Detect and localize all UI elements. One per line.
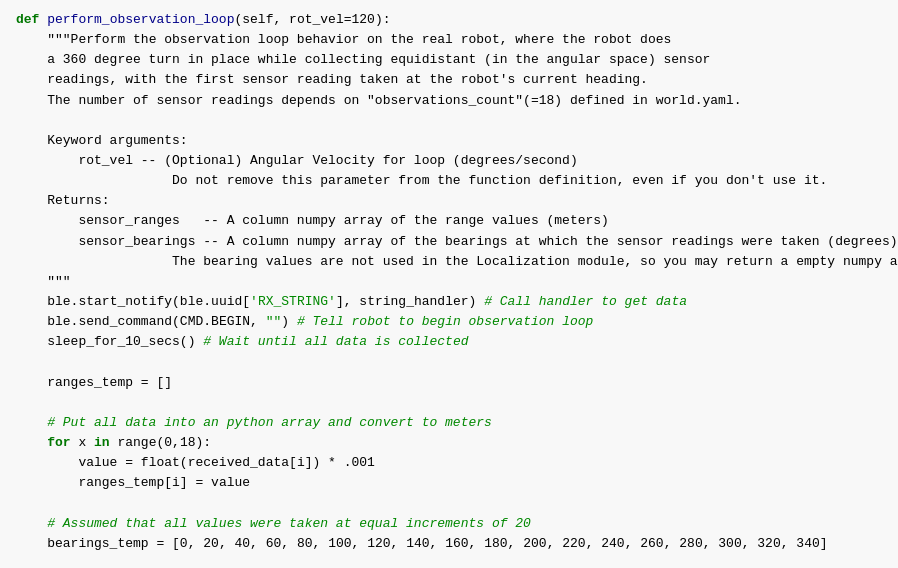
code-editor: def perform_observation_loop(self, rot_v… xyxy=(0,0,898,568)
code-content: def perform_observation_loop(self, rot_v… xyxy=(16,10,882,568)
